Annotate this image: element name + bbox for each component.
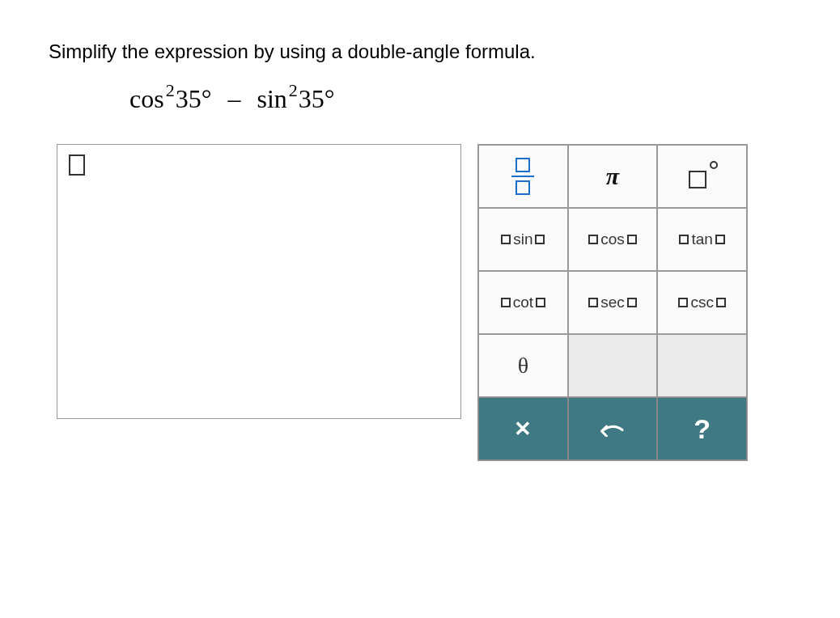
sec-label: sec — [600, 294, 625, 311]
math-keypad: π sin — [477, 144, 748, 461]
empty-cell — [568, 334, 658, 397]
close-icon: ✕ — [514, 417, 532, 442]
sec-button[interactable]: sec — [568, 271, 658, 334]
instruction-text: Simplify the expression by using a doubl… — [49, 40, 791, 63]
sin-label: sin — [513, 231, 532, 248]
fraction-button[interactable] — [478, 145, 568, 208]
degree-button[interactable] — [657, 145, 747, 208]
csc-label: csc — [690, 294, 714, 311]
cot-button[interactable]: cot — [478, 271, 568, 334]
answer-placeholder-box — [69, 154, 85, 176]
math-expression: cos235° – sin235° — [129, 86, 791, 112]
sin-button[interactable]: sin — [478, 208, 568, 271]
term1-exponent: 2 — [166, 80, 175, 100]
cos-button[interactable]: cos — [568, 208, 658, 271]
term2-func: sin — [257, 84, 286, 113]
undo-icon — [598, 421, 627, 437]
empty-cell — [657, 334, 747, 397]
answer-input-area[interactable] — [57, 144, 461, 419]
term2-arg: 35° — [299, 84, 335, 113]
theta-button[interactable]: θ — [478, 334, 568, 397]
tan-button[interactable]: tan — [657, 208, 747, 271]
undo-button[interactable] — [568, 397, 658, 460]
operator: – — [227, 84, 240, 113]
csc-button[interactable]: csc — [657, 271, 747, 334]
term1-func: cos — [129, 84, 164, 113]
help-button[interactable]: ? — [657, 397, 747, 460]
theta-label: θ — [518, 353, 528, 379]
cos-label: cos — [600, 231, 625, 248]
close-button[interactable]: ✕ — [478, 397, 568, 460]
pi-button[interactable]: π — [568, 145, 658, 208]
term1-arg: 35° — [176, 84, 212, 113]
pi-label: π — [606, 163, 619, 190]
tan-label: tan — [691, 231, 712, 248]
cot-label: cot — [513, 294, 533, 311]
help-icon: ? — [694, 413, 711, 445]
term2-exponent: 2 — [289, 80, 298, 100]
